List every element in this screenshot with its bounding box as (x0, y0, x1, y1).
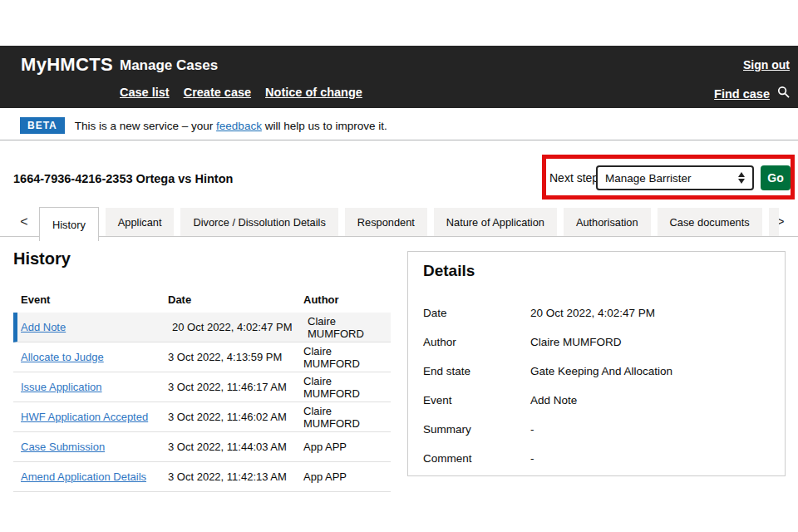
detail-label: Event (423, 394, 530, 406)
beta-text: This is a new service – your feedback wi… (75, 120, 387, 132)
beta-badge: BETA (20, 117, 65, 134)
col-author: Author (303, 293, 391, 306)
select-spinner-icon (738, 172, 745, 184)
row-date: 3 Oct 2022, 11:44:03 AM (168, 441, 303, 453)
find-case-link[interactable]: Find case (714, 87, 770, 101)
detail-label: End state (423, 365, 530, 377)
search-icon[interactable] (777, 86, 790, 101)
case-title: 1664-7936-4216-2353 Ortega vs Hinton (13, 172, 233, 185)
details-heading: Details (423, 262, 475, 280)
beta-text-before: This is a new service – your (75, 120, 216, 132)
detail-value: Add Note (530, 394, 577, 406)
col-event: Event (13, 293, 168, 306)
tabs-scroll-left-icon[interactable]: < (15, 208, 33, 236)
tab-respondent[interactable]: Respondent (345, 208, 427, 236)
event-link[interactable]: Case Submission (21, 441, 105, 453)
table-row: Issue Application 3 Oct 2022, 11:46:17 A… (13, 372, 391, 402)
detail-label: Date (423, 307, 530, 319)
event-link[interactable]: Amend Application Details (21, 470, 146, 483)
page: MyHMCTS Manage Cases Sign out Case list … (0, 0, 798, 532)
nav-create-case[interactable]: Create case (184, 86, 251, 99)
row-date: 3 Oct 2022, 11:42:13 AM (168, 470, 303, 483)
row-author: Claire MUMFORD (303, 345, 391, 370)
primary-nav: Case list Create case Notice of change (120, 86, 362, 99)
sign-out-link[interactable]: Sign out (743, 58, 790, 71)
detail-value: - (530, 452, 534, 465)
nav-case-list[interactable]: Case list (120, 86, 170, 99)
find-case: Find case (714, 86, 790, 101)
detail-row: Event Add Note (423, 386, 776, 415)
details-panel: Details Date 20 Oct 2022, 4:02:47 PM Aut… (407, 251, 786, 476)
row-author: App APP (303, 470, 391, 483)
beta-divider (0, 140, 798, 140)
detail-row: Summary - (423, 415, 776, 444)
table-row: Amend Application Details 3 Oct 2022, 11… (13, 462, 391, 492)
details-fields: Date 20 Oct 2022, 4:02:47 PM Author Clai… (423, 298, 776, 473)
tab-partial-next[interactable] (769, 208, 779, 236)
detail-row: Author Claire MUMFORD (423, 328, 776, 357)
detail-value: 20 Oct 2022, 4:02:47 PM (530, 307, 655, 319)
beta-text-after: will help us to improve it. (262, 120, 387, 132)
table-row: Add Note 20 Oct 2022, 4:02:47 PM Claire … (13, 313, 391, 342)
detail-row: Date 20 Oct 2022, 4:02:47 PM (423, 298, 776, 328)
table-row: Allocate to Judge 3 Oct 2022, 4:13:59 PM… (13, 342, 391, 372)
row-date: 3 Oct 2022, 11:46:02 AM (168, 411, 303, 423)
brand-logo: MyHMCTS (21, 54, 113, 76)
event-link[interactable]: Add Note (21, 321, 66, 333)
detail-value: Claire MUMFORD (530, 336, 622, 348)
row-author: Claire MUMFORD (303, 405, 391, 430)
tab-nature-of-application[interactable]: Nature of Application (434, 208, 557, 236)
detail-row: End state Gate Keeping And Allocation (423, 357, 776, 386)
tab-case-documents[interactable]: Case documents (658, 208, 762, 236)
go-button[interactable]: Go (761, 165, 791, 190)
row-author: App APP (303, 441, 391, 453)
nav-notice-of-change[interactable]: Notice of change (265, 86, 362, 99)
detail-row: Comment - (423, 444, 776, 473)
event-link[interactable]: HWF Application Accepted (21, 411, 148, 423)
app-header: MyHMCTS Manage Cases Sign out Case list … (0, 46, 798, 108)
next-step-label: Next step (549, 171, 598, 185)
history-table: Event Date Author Add Note 20 Oct 2022, … (13, 287, 391, 492)
tab-bar: History Applicant Divorce / Dissolution … (39, 208, 779, 241)
detail-label: Comment (423, 452, 530, 465)
row-author: Claire MUMFORD (308, 315, 395, 340)
history-table-header: Event Date Author (13, 287, 391, 313)
history-heading: History (13, 249, 71, 268)
event-link[interactable]: Issue Application (21, 381, 102, 393)
row-date: 3 Oct 2022, 4:13:59 PM (168, 351, 303, 363)
feedback-link[interactable]: feedback (216, 120, 262, 132)
detail-value: Gate Keeping And Allocation (530, 365, 672, 377)
row-date: 3 Oct 2022, 11:46:17 AM (168, 381, 303, 393)
detail-label: Author (423, 336, 530, 348)
tab-history[interactable]: History (39, 207, 99, 241)
row-author: Claire MUMFORD (303, 375, 391, 400)
col-date: Date (168, 293, 303, 306)
tab-applicant[interactable]: Applicant (106, 208, 175, 236)
detail-value: - (530, 423, 534, 436)
service-name: Manage Cases (120, 57, 218, 74)
table-row: Case Submission 3 Oct 2022, 11:44:03 AM … (13, 432, 391, 462)
row-date: 20 Oct 2022, 4:02:47 PM (172, 321, 308, 333)
tab-divorce-dissolution-details[interactable]: Divorce / Dissolution Details (180, 208, 337, 236)
tab-authorisation[interactable]: Authorisation (564, 208, 651, 236)
table-row: HWF Application Accepted 3 Oct 2022, 11:… (13, 402, 391, 432)
next-step-selected-option: Manage Barrister (605, 172, 738, 185)
event-link[interactable]: Allocate to Judge (21, 351, 104, 363)
detail-label: Summary (423, 423, 530, 436)
next-step-select[interactable]: Manage Barrister (596, 165, 754, 190)
beta-banner: BETA This is a new service – your feedba… (20, 117, 387, 134)
